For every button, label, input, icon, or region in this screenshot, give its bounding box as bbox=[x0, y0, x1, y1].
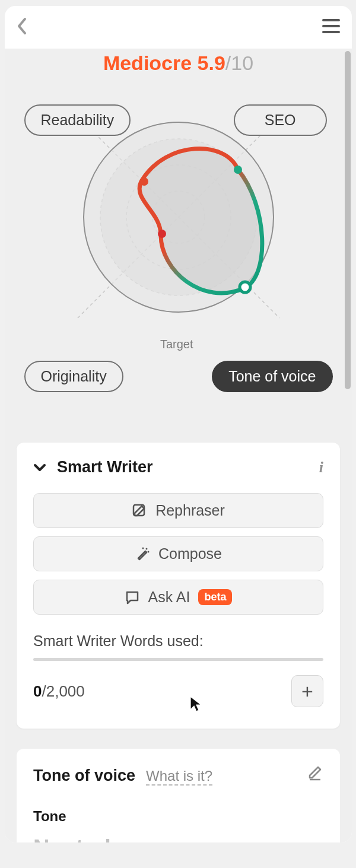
usage-row: 0/2,000 + bbox=[33, 675, 323, 707]
svg-point-14 bbox=[240, 282, 250, 292]
usage-used: 0 bbox=[33, 682, 42, 700]
score-label: Mediocre bbox=[103, 52, 192, 74]
topbar bbox=[5, 6, 352, 49]
radar-chart bbox=[72, 110, 285, 324]
score-max: /10 bbox=[225, 52, 253, 74]
rephraser-button[interactable]: Rephraser bbox=[33, 493, 323, 528]
overall-score: Mediocre 5.9/10 bbox=[5, 49, 352, 75]
pencil-icon[interactable] bbox=[307, 764, 323, 781]
usage-label: Smart Writer Words used: bbox=[33, 632, 323, 650]
svg-point-12 bbox=[234, 166, 242, 174]
wand-icon bbox=[135, 546, 150, 562]
ask-ai-button[interactable]: Ask AI beta bbox=[33, 580, 323, 615]
app-frame: Mediocre 5.9/10 Readability SEO Original… bbox=[5, 6, 352, 842]
back-button[interactable] bbox=[17, 17, 27, 37]
what-is-it-link[interactable]: What is it? bbox=[146, 768, 212, 786]
chat-icon bbox=[125, 590, 140, 605]
compose-label: Compose bbox=[158, 545, 222, 562]
tone-title: Tone of voice bbox=[33, 767, 135, 785]
hamburger-icon bbox=[322, 18, 340, 34]
ask-ai-label: Ask AI bbox=[148, 589, 190, 606]
smart-writer-header: Smart Writer i bbox=[33, 458, 323, 476]
plus-icon: + bbox=[301, 681, 313, 701]
tone-value: Neutral bbox=[33, 835, 323, 842]
beta-badge: beta bbox=[198, 589, 232, 605]
svg-point-11 bbox=[140, 177, 148, 186]
usage-count: 0/2,000 bbox=[33, 682, 85, 701]
target-label: Target bbox=[160, 338, 193, 351]
tab-tone-of-voice[interactable]: Tone of voice bbox=[212, 361, 332, 392]
tone-sublabel: Tone bbox=[33, 808, 323, 825]
usage-total: /2,000 bbox=[42, 682, 84, 700]
chevron-down-icon[interactable] bbox=[33, 463, 46, 472]
svg-point-13 bbox=[158, 230, 166, 238]
tone-of-voice-card: Tone of voice What is it? Tone Neutral bbox=[17, 749, 340, 842]
smart-writer-card: Smart Writer i Rephraser Compose Ask AI … bbox=[17, 443, 340, 729]
menu-button[interactable] bbox=[322, 18, 340, 37]
score-value: 5.9 bbox=[198, 52, 225, 74]
add-words-button[interactable]: + bbox=[291, 675, 323, 707]
svg-point-18 bbox=[142, 547, 144, 549]
edit-icon bbox=[132, 503, 147, 519]
svg-point-16 bbox=[146, 548, 148, 549]
radar-chart-container: Readability SEO Originality Tone of voic… bbox=[24, 110, 333, 389]
content-scroll[interactable]: Mediocre 5.9/10 Readability SEO Original… bbox=[5, 49, 352, 842]
tab-seo[interactable]: SEO bbox=[234, 104, 327, 136]
info-icon[interactable]: i bbox=[319, 459, 323, 476]
rephraser-label: Rephraser bbox=[155, 502, 225, 519]
chevron-left-icon bbox=[17, 17, 27, 35]
scrollbar[interactable] bbox=[345, 51, 351, 389]
usage-progress-bar bbox=[33, 658, 323, 661]
compose-button[interactable]: Compose bbox=[33, 536, 323, 571]
tab-readability[interactable]: Readability bbox=[24, 104, 131, 136]
tab-originality[interactable]: Originality bbox=[24, 361, 123, 392]
smart-writer-title: Smart Writer bbox=[57, 458, 153, 476]
svg-point-17 bbox=[148, 551, 150, 552]
